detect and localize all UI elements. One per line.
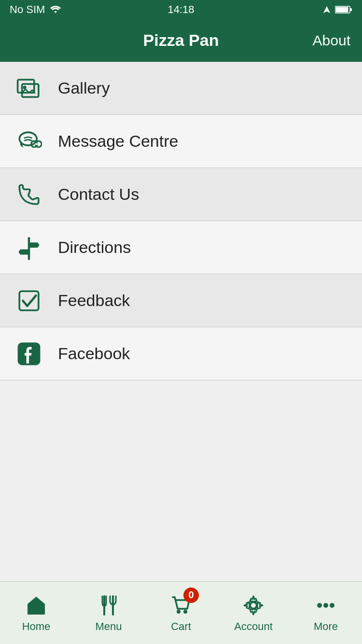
menu-list: Gallery Message Centre Co: [0, 62, 362, 380]
gallery-icon: [14, 74, 43, 103]
svg-rect-13: [33, 608, 39, 615]
carrier-label: No SIM: [10, 3, 45, 16]
svg-rect-1: [336, 7, 348, 13]
feedback-label: Feedback: [58, 291, 130, 310]
menu-tab-label: Menu: [95, 620, 122, 633]
account-tab-label: Account: [234, 620, 273, 633]
content-area: [0, 380, 362, 574]
directions-label: Directions: [58, 238, 131, 257]
home-tab-label: Home: [22, 620, 51, 633]
phone-icon: [14, 180, 43, 209]
cart-icon: 0: [169, 593, 193, 617]
home-icon: [24, 593, 48, 617]
feedback-icon: [14, 286, 43, 315]
menu-item-directions[interactable]: Directions: [0, 221, 362, 274]
tab-cart[interactable]: 0 Cart: [145, 593, 217, 633]
message-icon: [14, 127, 43, 156]
status-time: 14:18: [167, 3, 194, 15]
nav-title: Pizza Pan: [143, 31, 219, 50]
status-bar: No SIM 14:18: [0, 0, 362, 19]
svg-point-21: [323, 603, 328, 608]
more-icon: [314, 593, 338, 617]
facebook-label: Facebook: [58, 344, 130, 363]
menu-item-contact-us[interactable]: Contact Us: [0, 168, 362, 221]
cart-tab-label: Cart: [171, 620, 191, 633]
menu-item-feedback[interactable]: Feedback: [0, 274, 362, 327]
tab-home[interactable]: Home: [0, 593, 72, 633]
facebook-icon: [14, 339, 43, 368]
menu-item-gallery[interactable]: Gallery: [0, 62, 362, 115]
tab-account[interactable]: Account: [217, 593, 290, 633]
menu-item-facebook[interactable]: Facebook: [0, 327, 362, 380]
nav-bar: Pizza Pan About: [0, 19, 362, 62]
cart-badge: 0: [183, 588, 199, 603]
svg-point-16: [177, 610, 181, 614]
menu-item-message-centre[interactable]: Message Centre: [0, 115, 362, 168]
account-icon: [241, 593, 265, 617]
contact-us-label: Contact Us: [58, 185, 139, 204]
battery-icon: [335, 5, 352, 14]
gallery-label: Gallery: [58, 79, 110, 98]
svg-point-20: [317, 603, 322, 608]
tab-bar: Home Menu 0: [0, 581, 362, 644]
directions-icon: [14, 233, 43, 262]
location-icon: [322, 5, 331, 14]
svg-rect-2: [350, 8, 352, 11]
svg-point-22: [330, 603, 334, 608]
svg-point-19: [250, 602, 257, 609]
wifi-icon: [50, 5, 61, 14]
about-button[interactable]: About: [313, 32, 350, 49]
tab-menu[interactable]: Menu: [72, 593, 145, 633]
svg-point-17: [183, 610, 187, 614]
more-tab-label: More: [314, 620, 338, 633]
tab-more[interactable]: More: [290, 593, 362, 633]
menu-tab-icon: [97, 593, 121, 617]
message-centre-label: Message Centre: [58, 132, 178, 151]
